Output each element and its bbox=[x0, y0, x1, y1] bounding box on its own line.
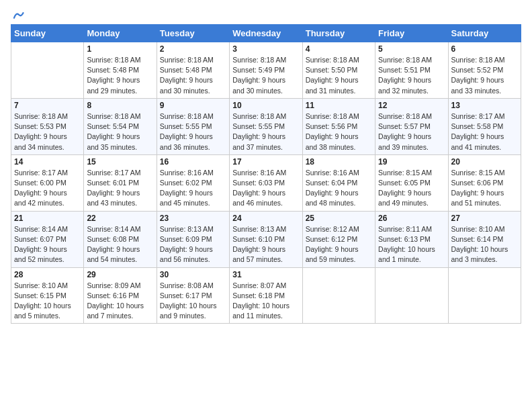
weekday-header-saturday: Saturday bbox=[448, 25, 521, 42]
day-cell: 19Sunrise: 8:15 AMSunset: 6:05 PMDayligh… bbox=[375, 154, 448, 211]
day-info: Sunrise: 8:08 AMSunset: 6:17 PMDaylight:… bbox=[160, 281, 226, 322]
day-number: 14 bbox=[14, 157, 81, 167]
day-number: 31 bbox=[232, 270, 299, 279]
day-info: Sunrise: 8:17 AMSunset: 5:58 PMDaylight:… bbox=[451, 111, 518, 152]
weekday-header-row: SundayMondayTuesdayWednesdayThursdayFrid… bbox=[11, 25, 521, 42]
weekday-header-monday: Monday bbox=[84, 25, 157, 42]
day-number: 22 bbox=[87, 214, 153, 223]
day-info: Sunrise: 8:18 AMSunset: 5:57 PMDaylight:… bbox=[378, 111, 445, 152]
day-cell: 5Sunrise: 8:18 AMSunset: 5:51 PMDaylight… bbox=[375, 42, 448, 99]
day-cell: 20Sunrise: 8:15 AMSunset: 6:06 PMDayligh… bbox=[448, 154, 521, 211]
day-cell: 16Sunrise: 8:16 AMSunset: 6:02 PMDayligh… bbox=[157, 154, 229, 211]
day-number: 15 bbox=[87, 157, 153, 167]
day-cell: 30Sunrise: 8:08 AMSunset: 6:17 PMDayligh… bbox=[157, 267, 229, 324]
week-row-1: 1Sunrise: 8:18 AMSunset: 5:48 PMDaylight… bbox=[11, 42, 521, 99]
day-info: Sunrise: 8:18 AMSunset: 5:51 PMDaylight:… bbox=[378, 55, 445, 96]
day-number: 19 bbox=[378, 157, 445, 167]
day-number: 23 bbox=[160, 214, 226, 223]
day-info: Sunrise: 8:16 AMSunset: 6:03 PMDaylight:… bbox=[232, 168, 299, 209]
day-number: 16 bbox=[160, 157, 226, 167]
day-cell: 3Sunrise: 8:18 AMSunset: 5:49 PMDaylight… bbox=[230, 42, 302, 99]
day-number: 9 bbox=[160, 101, 226, 110]
header bbox=[11, 7, 521, 21]
day-number: 1 bbox=[87, 44, 153, 54]
day-info: Sunrise: 8:11 AMSunset: 6:13 PMDaylight:… bbox=[378, 224, 445, 265]
day-number: 24 bbox=[232, 214, 299, 223]
day-cell: 15Sunrise: 8:17 AMSunset: 6:01 PMDayligh… bbox=[84, 154, 157, 211]
day-number: 21 bbox=[14, 214, 81, 223]
day-number: 3 bbox=[232, 44, 299, 54]
day-number: 11 bbox=[306, 101, 372, 110]
day-info: Sunrise: 8:10 AMSunset: 6:14 PMDaylight:… bbox=[451, 224, 518, 265]
day-info: Sunrise: 8:18 AMSunset: 5:55 PMDaylight:… bbox=[232, 111, 299, 152]
day-number: 7 bbox=[14, 101, 81, 110]
day-info: Sunrise: 8:15 AMSunset: 6:06 PMDaylight:… bbox=[451, 168, 518, 209]
day-info: Sunrise: 8:18 AMSunset: 5:54 PMDaylight:… bbox=[87, 111, 153, 152]
day-cell bbox=[11, 42, 84, 99]
weekday-header-thursday: Thursday bbox=[302, 25, 375, 42]
day-cell: 27Sunrise: 8:10 AMSunset: 6:14 PMDayligh… bbox=[448, 211, 521, 267]
day-number: 30 bbox=[160, 270, 226, 279]
day-cell: 25Sunrise: 8:12 AMSunset: 6:12 PMDayligh… bbox=[302, 211, 375, 267]
day-info: Sunrise: 8:14 AMSunset: 6:07 PMDaylight:… bbox=[14, 224, 81, 265]
day-info: Sunrise: 8:16 AMSunset: 6:02 PMDaylight:… bbox=[160, 168, 226, 209]
day-cell: 18Sunrise: 8:16 AMSunset: 6:04 PMDayligh… bbox=[302, 154, 375, 211]
day-cell: 1Sunrise: 8:18 AMSunset: 5:48 PMDaylight… bbox=[84, 42, 157, 99]
day-cell: 8Sunrise: 8:18 AMSunset: 5:54 PMDaylight… bbox=[84, 98, 157, 154]
day-info: Sunrise: 8:18 AMSunset: 5:53 PMDaylight:… bbox=[14, 111, 81, 152]
day-cell bbox=[448, 267, 521, 324]
day-number: 4 bbox=[306, 44, 372, 54]
day-cell: 14Sunrise: 8:17 AMSunset: 6:00 PMDayligh… bbox=[11, 154, 84, 211]
day-cell: 4Sunrise: 8:18 AMSunset: 5:50 PMDaylight… bbox=[302, 42, 375, 99]
day-number: 27 bbox=[451, 214, 518, 223]
day-info: Sunrise: 8:18 AMSunset: 5:48 PMDaylight:… bbox=[87, 55, 153, 96]
weekday-header-sunday: Sunday bbox=[11, 25, 84, 42]
day-cell: 10Sunrise: 8:18 AMSunset: 5:55 PMDayligh… bbox=[230, 98, 302, 154]
day-info: Sunrise: 8:18 AMSunset: 5:56 PMDaylight:… bbox=[306, 111, 372, 152]
day-number: 5 bbox=[378, 44, 445, 54]
week-row-4: 21Sunrise: 8:14 AMSunset: 6:07 PMDayligh… bbox=[11, 211, 521, 267]
day-cell: 22Sunrise: 8:14 AMSunset: 6:08 PMDayligh… bbox=[84, 211, 157, 267]
day-info: Sunrise: 8:17 AMSunset: 6:01 PMDaylight:… bbox=[87, 168, 153, 209]
day-info: Sunrise: 8:12 AMSunset: 6:12 PMDaylight:… bbox=[306, 224, 372, 265]
day-cell: 13Sunrise: 8:17 AMSunset: 5:58 PMDayligh… bbox=[448, 98, 521, 154]
logo-icon bbox=[12, 9, 24, 21]
day-cell bbox=[302, 267, 375, 324]
day-cell: 7Sunrise: 8:18 AMSunset: 5:53 PMDaylight… bbox=[11, 98, 84, 154]
weekday-header-friday: Friday bbox=[375, 25, 448, 42]
day-info: Sunrise: 8:10 AMSunset: 6:15 PMDaylight:… bbox=[14, 281, 81, 322]
day-number: 18 bbox=[306, 157, 372, 167]
logo bbox=[11, 9, 24, 21]
day-cell: 23Sunrise: 8:13 AMSunset: 6:09 PMDayligh… bbox=[157, 211, 229, 267]
day-cell: 29Sunrise: 8:09 AMSunset: 6:16 PMDayligh… bbox=[84, 267, 157, 324]
day-number: 25 bbox=[306, 214, 372, 223]
day-number: 13 bbox=[451, 101, 518, 110]
day-info: Sunrise: 8:17 AMSunset: 6:00 PMDaylight:… bbox=[14, 168, 81, 209]
day-info: Sunrise: 8:09 AMSunset: 6:16 PMDaylight:… bbox=[87, 281, 153, 322]
week-row-3: 14Sunrise: 8:17 AMSunset: 6:00 PMDayligh… bbox=[11, 154, 521, 211]
day-number: 20 bbox=[451, 157, 518, 167]
day-number: 10 bbox=[232, 101, 299, 110]
day-cell: 17Sunrise: 8:16 AMSunset: 6:03 PMDayligh… bbox=[230, 154, 302, 211]
day-info: Sunrise: 8:07 AMSunset: 6:18 PMDaylight:… bbox=[232, 281, 299, 322]
day-cell: 24Sunrise: 8:13 AMSunset: 6:10 PMDayligh… bbox=[230, 211, 302, 267]
week-row-2: 7Sunrise: 8:18 AMSunset: 5:53 PMDaylight… bbox=[11, 98, 521, 154]
day-info: Sunrise: 8:18 AMSunset: 5:55 PMDaylight:… bbox=[160, 111, 226, 152]
day-info: Sunrise: 8:18 AMSunset: 5:52 PMDaylight:… bbox=[451, 55, 518, 96]
day-number: 17 bbox=[232, 157, 299, 167]
day-info: Sunrise: 8:18 AMSunset: 5:49 PMDaylight:… bbox=[232, 55, 299, 96]
day-info: Sunrise: 8:16 AMSunset: 6:04 PMDaylight:… bbox=[306, 168, 372, 209]
page-container: SundayMondayTuesdayWednesdayThursdayFrid… bbox=[0, 0, 532, 330]
day-cell: 26Sunrise: 8:11 AMSunset: 6:13 PMDayligh… bbox=[375, 211, 448, 267]
day-cell: 28Sunrise: 8:10 AMSunset: 6:15 PMDayligh… bbox=[11, 267, 84, 324]
day-cell: 21Sunrise: 8:14 AMSunset: 6:07 PMDayligh… bbox=[11, 211, 84, 267]
day-info: Sunrise: 8:18 AMSunset: 5:48 PMDaylight:… bbox=[160, 55, 226, 96]
day-info: Sunrise: 8:13 AMSunset: 6:09 PMDaylight:… bbox=[160, 224, 226, 265]
week-row-5: 28Sunrise: 8:10 AMSunset: 6:15 PMDayligh… bbox=[11, 267, 521, 324]
day-cell bbox=[375, 267, 448, 324]
day-info: Sunrise: 8:15 AMSunset: 6:05 PMDaylight:… bbox=[378, 168, 445, 209]
day-info: Sunrise: 8:14 AMSunset: 6:08 PMDaylight:… bbox=[87, 224, 153, 265]
day-cell: 12Sunrise: 8:18 AMSunset: 5:57 PMDayligh… bbox=[375, 98, 448, 154]
day-info: Sunrise: 8:18 AMSunset: 5:50 PMDaylight:… bbox=[306, 55, 372, 96]
day-number: 29 bbox=[87, 270, 153, 279]
